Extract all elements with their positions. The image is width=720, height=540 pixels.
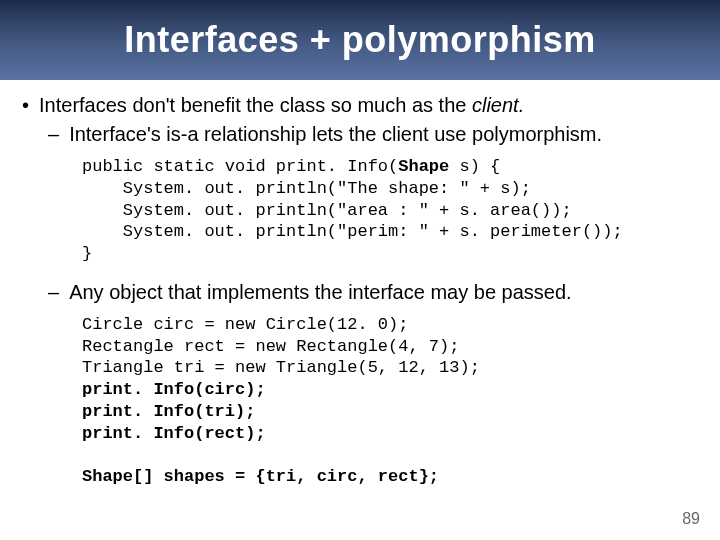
code1-l4: System. out. println("perim: " + s. peri… bbox=[82, 222, 623, 241]
sub-bullet-1: – Interface's is-a relationship lets the… bbox=[48, 123, 698, 146]
page-number: 89 bbox=[682, 510, 700, 528]
code1-l2: System. out. println("The shape: " + s); bbox=[82, 179, 531, 198]
slide-title: Interfaces + polymorphism bbox=[124, 19, 596, 61]
dash-icon: – bbox=[48, 123, 59, 146]
bullet-pre: Interfaces don't benefit the class so mu… bbox=[39, 94, 472, 116]
code1-l1a: public static void print. Info( bbox=[82, 157, 398, 176]
code1-l1b: Shape bbox=[398, 157, 449, 176]
content-area: • Interfaces don't benefit the class so … bbox=[0, 80, 720, 514]
bullet-text: Interfaces don't benefit the class so mu… bbox=[39, 94, 524, 117]
code2-l4: print. Info(circ); bbox=[82, 380, 266, 399]
code2-l7: Shape[] shapes = {tri, circ, rect}; bbox=[82, 467, 439, 486]
code-block-1: public static void print. Info(Shape s) … bbox=[82, 156, 698, 265]
code-block-2: Circle circ = new Circle(12. 0); Rectang… bbox=[82, 314, 698, 488]
code1-l1c: s) { bbox=[449, 157, 500, 176]
sub-text-2: Any object that implements the interface… bbox=[69, 281, 572, 304]
bullet-em: client. bbox=[472, 94, 524, 116]
sub-text-1: Interface's is-a relationship lets the c… bbox=[69, 123, 602, 146]
title-band: Interfaces + polymorphism bbox=[0, 0, 720, 80]
code2-l6: print. Info(rect); bbox=[82, 424, 266, 443]
sub-bullet-2: – Any object that implements the interfa… bbox=[48, 281, 698, 304]
dash-icon: – bbox=[48, 281, 59, 304]
code2-l2: Rectangle rect = new Rectangle(4, 7); bbox=[82, 337, 459, 356]
code1-l5: } bbox=[82, 244, 92, 263]
bullet-dot-icon: • bbox=[22, 95, 29, 115]
code2-l5: print. Info(tri); bbox=[82, 402, 255, 421]
code2-l3: Triangle tri = new Triangle(5, 12, 13); bbox=[82, 358, 480, 377]
code2-l1: Circle circ = new Circle(12. 0); bbox=[82, 315, 408, 334]
bullet-main: • Interfaces don't benefit the class so … bbox=[22, 94, 698, 117]
code1-l3: System. out. println("area : " + s. area… bbox=[82, 201, 572, 220]
